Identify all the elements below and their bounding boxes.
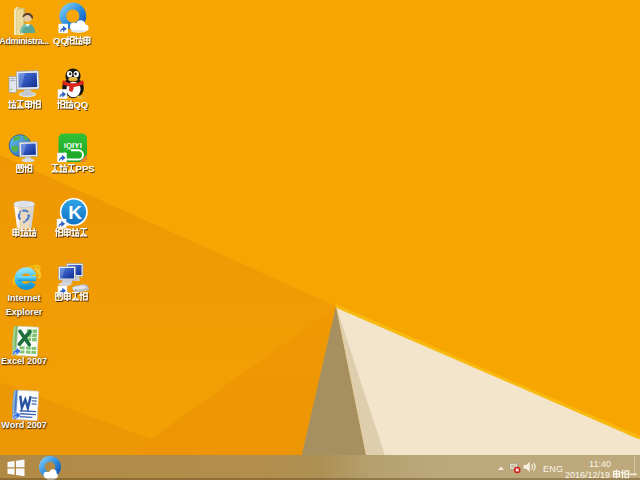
svg-text:PPS: PPS: [75, 164, 94, 174]
svg-text:iQIYI: iQIYI: [64, 141, 82, 150]
svg-text:QQ: QQ: [53, 36, 68, 46]
svg-text:K: K: [68, 202, 82, 223]
svg-text:QQ: QQ: [73, 100, 88, 110]
svg-text:2016/12/19: 2016/12/19: [565, 469, 610, 479]
